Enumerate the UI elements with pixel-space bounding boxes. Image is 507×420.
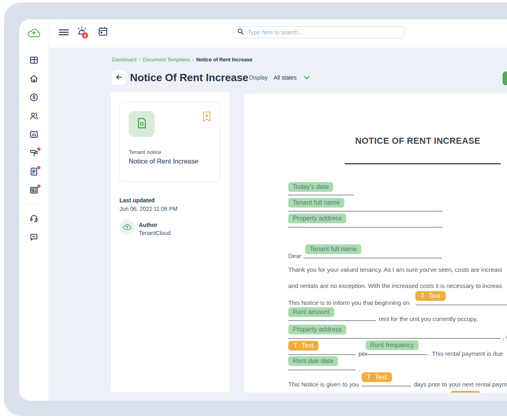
field-chip-text[interactable]: TText bbox=[288, 341, 318, 351]
display-label: Display bbox=[249, 74, 268, 81]
sidebar-nav: $ bbox=[19, 48, 48, 401]
notifications-button[interactable]: 4 bbox=[76, 25, 88, 39]
search-input[interactable] bbox=[247, 29, 400, 36]
blank-line bbox=[361, 386, 411, 386]
last-updated-value: Jun 06, 2022 11:08 PM bbox=[119, 206, 178, 212]
field-chip-text[interactable]: TText bbox=[362, 372, 392, 382]
tenantcloud-logo-icon bbox=[27, 27, 41, 40]
doc-text-payment-due: . This rental payment is due bbox=[429, 350, 503, 357]
sidebar-item-reports[interactable] bbox=[25, 126, 43, 145]
back-arrow-icon bbox=[115, 73, 123, 83]
doc-text-notice-given: This Notice is given to you bbox=[288, 381, 359, 388]
doc-text-beginning-on: This Notice is to inform you that beginn… bbox=[288, 299, 409, 306]
menu-toggle-button[interactable] bbox=[58, 27, 69, 39]
sidebar-item-home[interactable] bbox=[25, 70, 43, 89]
document-preview: NOTICE OF RENT INCREASE Today's date Ten… bbox=[244, 94, 507, 393]
sidebar-item-documents[interactable] bbox=[25, 163, 43, 182]
app-window: 4 bbox=[19, 19, 507, 401]
sidebar-item-news[interactable] bbox=[25, 182, 43, 200]
field-chip-tenant-full-name[interactable]: Tenant full name bbox=[288, 198, 344, 208]
text-type-icon: T bbox=[455, 392, 459, 393]
sidebar-item-chat[interactable] bbox=[25, 228, 43, 247]
breadcrumb-document-templates[interactable]: Document Templates bbox=[143, 57, 190, 63]
chevron-down-icon[interactable] bbox=[304, 74, 310, 82]
blank-line bbox=[288, 320, 376, 321]
template-card[interactable]: D Tenant notice Notice of Rent Increase bbox=[119, 102, 220, 182]
sidebar-item-dashboard[interactable] bbox=[25, 52, 43, 70]
top-header: 4 bbox=[48, 19, 507, 48]
breadcrumb-dashboard[interactable]: Dashboard bbox=[112, 57, 136, 63]
field-chip-rent-due-date[interactable]: Rent due date bbox=[288, 356, 338, 366]
template-name: Notice of Rent Increase bbox=[129, 158, 198, 165]
document-template-icon: D bbox=[135, 117, 148, 131]
field-chip-todays-date[interactable]: Today's date bbox=[288, 182, 333, 192]
back-button[interactable] bbox=[112, 71, 126, 85]
template-category: Tenant notice bbox=[129, 149, 161, 155]
sidebar-item-support[interactable] bbox=[25, 210, 43, 228]
doc-text-period: . bbox=[358, 365, 360, 372]
svg-text:$: $ bbox=[33, 94, 36, 100]
svg-text:D: D bbox=[140, 121, 144, 127]
doc-text-rent-for-unit: rent for the unit you currently occupy, bbox=[379, 315, 478, 322]
blank-line bbox=[365, 354, 427, 355]
text-type-icon: T bbox=[293, 342, 297, 349]
template-tile: D bbox=[129, 111, 155, 137]
blank-line bbox=[288, 370, 356, 370]
breadcrumb-separator: / bbox=[193, 57, 194, 63]
app-logo[interactable] bbox=[19, 19, 48, 48]
blank-line bbox=[288, 354, 356, 355]
doc-text-dear: Dear bbox=[288, 252, 302, 259]
global-search bbox=[233, 26, 405, 38]
document-title: NOTICE OF RENT INCREASE bbox=[355, 136, 480, 146]
sidebar-item-maintenance[interactable] bbox=[25, 145, 43, 163]
sidebar-divider bbox=[26, 204, 42, 205]
title-underline bbox=[345, 163, 501, 164]
money-icon: $ bbox=[29, 92, 39, 104]
page-title: Notice Of Rent Increase bbox=[130, 71, 248, 84]
field-chip-text[interactable]: TText bbox=[415, 291, 446, 301]
author-name: TenantCloud bbox=[139, 230, 171, 236]
chat-icon bbox=[29, 232, 39, 243]
blank-line bbox=[288, 195, 354, 195]
blank-line bbox=[416, 304, 507, 305]
calendar-button[interactable] bbox=[98, 26, 108, 38]
blank-line bbox=[288, 338, 501, 339]
states-dropdown[interactable]: All states bbox=[274, 74, 297, 81]
people-icon bbox=[29, 111, 39, 122]
dashboard-grid-icon bbox=[29, 55, 39, 67]
news-alert-dot bbox=[37, 185, 40, 188]
author-avatar bbox=[119, 220, 135, 235]
blank-line bbox=[288, 227, 442, 228]
breadcrumb-separator: / bbox=[139, 57, 140, 63]
template-info-panel: D Tenant notice Notice of Rent Increase … bbox=[111, 92, 229, 392]
notification-badge: 4 bbox=[82, 32, 88, 39]
doc-paragraph-line1: Thank you for your valued tenancy. As I … bbox=[288, 266, 502, 273]
documents-alert-dot bbox=[37, 166, 40, 169]
maintenance-alert-dot bbox=[37, 147, 40, 151]
calendar-icon bbox=[98, 31, 108, 38]
field-chip-property-address[interactable]: Property address bbox=[288, 325, 346, 334]
field-chip-tenant-full-name[interactable]: Tenant full name bbox=[305, 244, 361, 254]
action-button-partial[interactable] bbox=[503, 71, 507, 85]
sidebar-item-people[interactable] bbox=[25, 107, 43, 126]
blank-line bbox=[304, 258, 442, 258]
field-chip-property-address[interactable]: Property address bbox=[288, 214, 346, 223]
text-type-icon: T bbox=[367, 374, 371, 381]
doc-paragraph-line2: and rentals are no exception. With the i… bbox=[288, 282, 502, 289]
doc-text-days-prior: days prior to your next rental payme bbox=[414, 381, 507, 388]
search-icon bbox=[237, 28, 244, 36]
field-chip-text[interactable]: TText bbox=[450, 391, 480, 393]
text-type-icon: T bbox=[421, 292, 425, 300]
field-chip-rent-frequency[interactable]: Rent frequency bbox=[366, 340, 419, 350]
sidebar-item-payments[interactable]: $ bbox=[25, 89, 43, 107]
breadcrumb: Dashboard / Document Templates / Notice … bbox=[112, 57, 252, 63]
bookmark-star-icon[interactable] bbox=[202, 111, 212, 124]
tenantcloud-cloud-icon bbox=[123, 223, 132, 232]
headset-icon bbox=[29, 213, 39, 225]
doc-text-per: per bbox=[358, 350, 367, 357]
main-content: Dashboard / Document Templates / Notice … bbox=[48, 48, 507, 401]
bar-chart-icon bbox=[29, 130, 39, 141]
field-chip-rent-amount[interactable]: Rent amount bbox=[288, 307, 334, 317]
breadcrumb-current: Notice of Rent Increase bbox=[196, 57, 252, 63]
blank-line bbox=[288, 211, 442, 212]
